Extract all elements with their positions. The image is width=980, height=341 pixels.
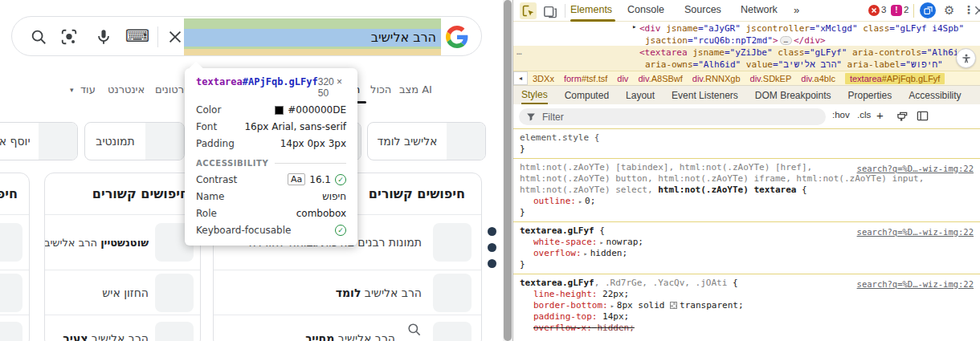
row-thumbnail	[0, 223, 22, 262]
lens-camera-icon[interactable]	[60, 28, 78, 46]
tooltip-row-color: Color #000000DE	[196, 104, 346, 116]
related-chip[interactable]: תמונטיב	[84, 122, 185, 160]
related-chip[interactable]: אלישיב לומד	[367, 122, 486, 160]
gear-icon[interactable]: ⚙	[944, 2, 954, 18]
scrollbar-thumb[interactable]	[504, 0, 512, 341]
crumb[interactable]: div.SDkEP	[750, 74, 792, 83]
css-property[interactable]: line-height: 22px;	[520, 289, 974, 300]
tab-event-listeners[interactable]: Event Listeners	[672, 86, 738, 104]
color-swatch[interactable]	[670, 302, 677, 309]
tab-computed[interactable]: Computed	[565, 86, 609, 104]
row-thumbnail	[155, 322, 194, 341]
devtools-tab-console[interactable]: Console	[627, 4, 664, 15]
more-tabs-icon[interactable]: »	[794, 4, 799, 16]
accessibility-person-icon[interactable]	[956, 48, 976, 68]
console-errors-icon[interactable]	[868, 5, 880, 16]
devtools-tab-elements[interactable]: Elements	[570, 4, 612, 15]
expand-arrow-icon[interactable]: ▸	[632, 22, 636, 30]
collapsed-siblings-ellipsis[interactable]: …	[517, 47, 522, 57]
crumb[interactable]: form#tsf.tsf	[564, 74, 607, 83]
css-rule[interactable]: search?q=%D…-wiz-img:22 html:not(.zAoYTe…	[513, 159, 980, 222]
toggle-class-button[interactable]: .cls	[857, 110, 871, 120]
css-property[interactable]: outline:▸0;	[520, 196, 974, 207]
css-property[interactable]: border-bottom:▸8px solid transparent;	[520, 300, 974, 311]
device-toolbar-icon[interactable]	[543, 4, 557, 18]
devtools-extension-icon[interactable]	[920, 2, 936, 18]
related-search-row[interactable]: הרב אלישיב לומד	[214, 270, 481, 315]
css-rule[interactable]: search?q=%D…-wiz-img:22 textarea.gLFyf, …	[513, 274, 980, 337]
css-property-overridden[interactable]: overflow-x: hidden;	[520, 323, 974, 334]
related-search-row[interactable]: הרב אלישיב צעיר	[45, 315, 200, 341]
css-property[interactable]: overflow:▸hidden;	[520, 248, 974, 259]
row-thumbnail	[433, 322, 472, 341]
css-property[interactable]: padding-top: 14px;	[520, 311, 974, 323]
crumb[interactable]: div.a4blc	[801, 74, 835, 83]
css-rule[interactable]: search?q=%D…-wiz-img:22 textarea.gLFyf {…	[513, 222, 980, 274]
search-input[interactable]: הרב אלישיב	[371, 29, 436, 47]
toggle-hover-state-button[interactable]: :hov	[832, 110, 850, 120]
tab-dom-breakpoints[interactable]: DOM Breakpoints	[755, 86, 831, 104]
stylesheet-link[interactable]: search?q=%D…-wiz-img:22	[857, 226, 974, 237]
related-search-row[interactable]	[0, 270, 29, 315]
tooltip-title: textarea#APjFqb.gLFyf 320 × 50	[196, 76, 346, 99]
stylesheet-link[interactable]: search?q=%D…-wiz-img:22	[857, 163, 974, 174]
scroll-dot[interactable]	[488, 259, 496, 268]
tooltip-row-contrast: Contrast Aa16.1✓	[196, 173, 346, 185]
crumb[interactable]: div.RNNXgb	[692, 74, 741, 83]
close-icon[interactable]	[973, 4, 980, 17]
inline-expand-icon[interactable]: …	[780, 36, 792, 45]
page-scrollbar[interactable]	[503, 0, 512, 341]
breadcrumb-back-icon[interactable]: ◂	[513, 71, 528, 85]
tab-styles[interactable]: Styles	[521, 86, 548, 104]
highlight-border-bottom	[184, 49, 441, 55]
rendering-emulation-icon[interactable]	[896, 110, 909, 125]
tab-all[interactable]: הכול	[370, 83, 391, 95]
scroll-dot[interactable]	[488, 243, 496, 252]
crumb[interactable]: 3DXx	[533, 74, 554, 83]
microphone-icon[interactable]	[95, 28, 112, 46]
search-icon[interactable]	[30, 28, 47, 46]
filter-input[interactable]	[541, 111, 819, 124]
related-chip[interactable]: יוסף אלישיב	[0, 122, 78, 160]
devtools-tab-sources[interactable]: Sources	[684, 4, 721, 15]
related-search-row[interactable]	[0, 315, 29, 341]
panel-layout-icon[interactable]	[917, 110, 929, 125]
tab-accessibility[interactable]: Accessibility	[909, 86, 961, 104]
dom-node-textarea[interactable]: <textarea jsname="yZiJbe" class="gLFyf" …	[639, 47, 970, 59]
dom-node-div-wrap[interactable]: jsaction="rcuQ6b:npT2md">…</div>	[645, 35, 826, 47]
tab-web[interactable]: אינטרנט	[108, 83, 145, 95]
dom-node-textarea-wrap[interactable]: aria-owns="Alh6id" value="הרב אלישיב" ar…	[645, 59, 943, 71]
related-search-row[interactable]: החזון איש	[45, 270, 200, 315]
stylesheet-link[interactable]: search?q=%D…-wiz-img:22	[857, 278, 974, 290]
issues-icon[interactable]: !	[891, 5, 902, 16]
crumb-selected[interactable]: textarea#APjFqb.gLFyf	[845, 73, 945, 84]
selector: html:not(.zAoYTe) button, html:not(.zAoY…	[520, 173, 974, 185]
new-style-rule-icon[interactable]: +	[876, 108, 884, 122]
tab-more[interactable]: עוד	[80, 83, 96, 95]
styles-pane: element.style { } search?q=%D…-wiz-img:2…	[513, 129, 980, 341]
scroll-dot[interactable]	[488, 227, 496, 236]
check-icon: ✓	[335, 225, 346, 236]
row-thumbnail	[433, 274, 472, 312]
google-logo	[446, 26, 468, 48]
sidebar-tabs: Styles Computed Layout Event Listeners D…	[513, 85, 980, 104]
inspect-element-icon[interactable]	[520, 2, 537, 19]
dom-node-div[interactable]: <div jsname="aJyGR" jscontroller="xMclgd…	[639, 22, 964, 35]
devtools-tab-network[interactable]: Network	[741, 4, 778, 15]
css-property[interactable]: white-space:▸nowrap;	[520, 237, 974, 248]
related-search-row[interactable]: שוטנשטיין הרב אלישיב לומד	[45, 215, 200, 270]
related-search-row[interactable]: הרב אלישיב מחייך	[214, 315, 481, 341]
tab-properties[interactable]: Properties	[848, 86, 892, 104]
chevron-down-icon[interactable]: ▾	[70, 86, 74, 94]
tab-layout[interactable]: Layout	[626, 86, 655, 104]
keyboard-icon[interactable]: ⌨	[125, 26, 143, 44]
tab-ai-mode[interactable]: מצב AI	[399, 83, 432, 95]
clear-search-icon[interactable]	[166, 28, 184, 46]
element-style-rule[interactable]: element.style { }	[513, 129, 980, 159]
search-bar[interactable]: ⌨ הרב אלישיב	[11, 16, 482, 56]
crumb[interactable]: div.A8SBwf	[638, 74, 682, 83]
error-count: 3	[881, 5, 886, 14]
crumb[interactable]: div	[617, 74, 628, 83]
filter-pill[interactable]	[519, 108, 826, 125]
related-search-row[interactable]	[0, 215, 29, 270]
